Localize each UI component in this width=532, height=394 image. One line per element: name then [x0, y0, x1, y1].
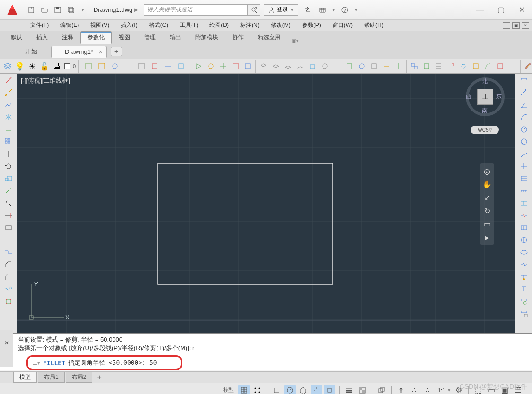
- tb-icon-29[interactable]: [446, 61, 456, 71]
- ribbon-tab-output[interactable]: 输出: [163, 31, 188, 44]
- tb-icon-18[interactable]: [308, 61, 317, 71]
- saveas-icon[interactable]: [66, 5, 76, 15]
- break-tool-icon[interactable]: [3, 235, 14, 245]
- dim-angular-icon[interactable]: [519, 100, 529, 110]
- exchange-icon[interactable]: [301, 4, 314, 16]
- dim-edit-icon[interactable]: [519, 272, 529, 282]
- mirror-tool-icon[interactable]: [3, 112, 14, 122]
- tb-icon-4[interactable]: [123, 61, 133, 71]
- dim-update-icon[interactable]: [519, 297, 529, 306]
- dim-jogged-icon[interactable]: [519, 149, 529, 159]
- open-file-icon[interactable]: [40, 5, 49, 15]
- mdi-minimize-button[interactable]: —: [503, 22, 510, 29]
- tb-icon-11[interactable]: [218, 61, 228, 71]
- sb-transparency-icon[interactable]: [357, 385, 368, 394]
- fillet-tool-icon[interactable]: [3, 272, 14, 282]
- zoom-extents-icon[interactable]: ⤢: [482, 193, 492, 202]
- dim-arc-icon[interactable]: [519, 112, 529, 122]
- menu-edit[interactable]: 编辑(E): [54, 20, 85, 31]
- sb-autoscale-icon[interactable]: ⛬: [422, 385, 433, 394]
- tb-icon-32[interactable]: [483, 61, 493, 71]
- nav-expand-icon[interactable]: ▸: [482, 232, 492, 242]
- dim-continue-icon[interactable]: [519, 186, 529, 196]
- dim-jogline-icon[interactable]: [519, 260, 529, 269]
- sb-modelspace-button[interactable]: 模型: [220, 385, 236, 394]
- offset-tool-icon[interactable]: [3, 125, 14, 134]
- file-tab-close-icon[interactable]: ✕: [98, 49, 103, 55]
- search-button[interactable]: [248, 4, 260, 16]
- extend-tool-icon[interactable]: [3, 211, 14, 220]
- dim-break-icon[interactable]: [519, 211, 529, 220]
- layer-color-swatch[interactable]: [64, 63, 70, 69]
- stretch-tool-icon[interactable]: [3, 186, 14, 196]
- dim-tolerance-icon[interactable]: [519, 223, 529, 232]
- menu-draw[interactable]: 绘图(D): [204, 20, 235, 31]
- layer-properties-icon[interactable]: [3, 61, 12, 71]
- tb-icon-26[interactable]: [410, 61, 419, 71]
- dim-linear-icon[interactable]: [519, 76, 529, 85]
- layout-tab-layout2[interactable]: 布局2: [66, 372, 93, 383]
- tb-icon-15[interactable]: [271, 61, 280, 71]
- join-tool-icon[interactable]: [3, 248, 14, 257]
- tb-icon-1[interactable]: [84, 61, 93, 71]
- tb-icon-33[interactable]: [496, 61, 505, 71]
- menu-modify[interactable]: 修改(M): [265, 20, 297, 31]
- menu-help[interactable]: 帮助(H): [358, 20, 389, 31]
- close-button[interactable]: ✕: [511, 3, 532, 17]
- tb-icon-3[interactable]: [110, 61, 120, 71]
- polyline-tool-icon[interactable]: [3, 100, 14, 110]
- tb-icon-12[interactable]: [231, 61, 240, 71]
- dim-textedit-icon[interactable]: [519, 284, 529, 294]
- sb-snap-icon[interactable]: [252, 385, 263, 394]
- tb-icon-27[interactable]: [422, 61, 431, 71]
- wcs-badge[interactable]: WCS ▽: [471, 126, 499, 134]
- layout-tab-layout1[interactable]: 布局1: [38, 372, 65, 383]
- qat-dropdown-icon[interactable]: ▼: [80, 7, 85, 12]
- file-tab-drawing1[interactable]: Drawing1*✕: [51, 46, 107, 58]
- tb-icon-14[interactable]: [259, 61, 268, 71]
- sb-cycling-icon[interactable]: [376, 385, 387, 394]
- tb-icon-34[interactable]: [508, 61, 517, 71]
- cmd-handle-icon[interactable]: ⋮⋮: [2, 333, 11, 338]
- ribbon-tab-parametric[interactable]: 参数化: [80, 31, 112, 44]
- tb-icon-24[interactable]: [382, 61, 391, 71]
- sb-osnap-icon[interactable]: [324, 385, 335, 394]
- dim-space-icon[interactable]: [519, 198, 529, 208]
- ribbon-tab-annotate[interactable]: 注释: [55, 31, 80, 44]
- sb-annoscale-icon[interactable]: [395, 385, 407, 394]
- viewcube-south[interactable]: 南: [482, 107, 488, 115]
- rectangle-tool-icon[interactable]: [3, 223, 14, 232]
- trim-tool-icon[interactable]: [3, 198, 14, 208]
- mdi-close-button[interactable]: ✕: [522, 22, 529, 29]
- print-icon[interactable]: 🖶: [52, 61, 61, 71]
- explode-tool-icon[interactable]: [3, 297, 14, 306]
- tb-icon-7[interactable]: [163, 61, 173, 71]
- mdi-restore-button[interactable]: ▣: [512, 22, 520, 29]
- app-logo[interactable]: [2, 1, 23, 18]
- tb-icon-20[interactable]: [332, 61, 342, 71]
- tb-icon-22[interactable]: [357, 61, 366, 71]
- search-input[interactable]: 键入关键字或短语: [144, 4, 248, 16]
- tb-icon-5[interactable]: [137, 61, 146, 71]
- layout-tab-add-button[interactable]: +: [93, 372, 105, 383]
- menu-dimension[interactable]: 标注(N): [235, 20, 265, 31]
- tb-icon-28[interactable]: [434, 61, 444, 71]
- dim-style-icon[interactable]: [519, 309, 529, 318]
- tb-icon-13[interactable]: [243, 61, 253, 71]
- orbit-icon[interactable]: ↻: [482, 206, 492, 215]
- login-button[interactable]: 登录 ▼: [264, 4, 298, 16]
- tb-icon-25[interactable]: [394, 61, 403, 71]
- help-icon[interactable]: ?: [339, 4, 351, 16]
- tb-icon-17[interactable]: [296, 61, 305, 71]
- tb-icon-19[interactable]: [320, 61, 330, 71]
- sb-polar-icon[interactable]: [284, 385, 296, 394]
- menu-format[interactable]: 格式(O): [143, 20, 174, 31]
- save-icon[interactable]: [53, 5, 62, 15]
- ribbon-tab-default[interactable]: 默认: [4, 31, 29, 44]
- ribbon-tab-insert[interactable]: 插入: [29, 31, 55, 44]
- spline-tool-icon[interactable]: [3, 284, 14, 294]
- new-file-icon[interactable]: [26, 5, 36, 15]
- move-tool-icon[interactable]: [3, 149, 14, 159]
- layout-tab-model[interactable]: 模型: [13, 372, 37, 383]
- menu-parametric[interactable]: 参数(P): [297, 20, 327, 31]
